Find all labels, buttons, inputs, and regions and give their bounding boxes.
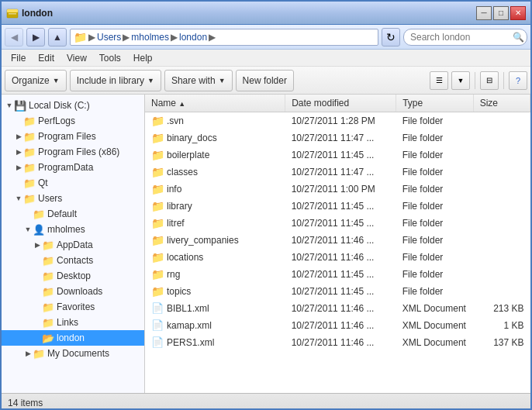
maximize-button[interactable]: □ [493, 6, 509, 20]
table-row[interactable]: 📁 boilerplate 10/27/2011 11:45 ... File … [145, 146, 530, 164]
view-details-button[interactable]: ☰ [430, 71, 448, 90]
sort-arrow-icon: ▲ [178, 100, 185, 108]
tree-item-favorites[interactable]: 📁 Favorites [2, 299, 144, 315]
table-row[interactable]: 📁 litref 10/27/2011 11:45 ... File folde… [145, 215, 530, 232]
menu-tools[interactable]: Tools [93, 51, 127, 65]
file-size [473, 283, 530, 300]
user-folder-icon: 👤 [33, 223, 45, 236]
tree-item-mholmes[interactable]: ▼ 👤 mholmes [2, 222, 144, 237]
file-date: 10/27/2011 11:45 ... [285, 146, 396, 164]
table-row[interactable]: 📁 locations 10/27/2011 11:46 ... File fo… [145, 249, 530, 266]
file-table: Name ▲ Date modified Type Size 📁 .svn 10… [145, 95, 530, 351]
table-row[interactable]: 📁 .svn 10/27/2011 1:28 PM File folder [145, 112, 530, 129]
close-button[interactable]: ✕ [510, 6, 526, 20]
tree-item-london[interactable]: 📂 london [2, 330, 144, 346]
file-name: binary_docs [167, 133, 217, 143]
table-row[interactable]: 📄 PERS1.xml 10/27/2011 11:46 ... XML Doc… [145, 334, 530, 351]
file-name: litref [167, 218, 185, 229]
tree-item-perflogs[interactable]: 📁 PerfLogs [2, 113, 144, 129]
table-row[interactable]: 📁 livery_companies 10/27/2011 11:46 ... … [145, 232, 530, 249]
col-date[interactable]: Date modified [285, 95, 396, 112]
include-library-button[interactable]: Include in library ▼ [70, 70, 161, 91]
new-folder-button[interactable]: New folder [236, 70, 294, 91]
file-name: locations [167, 252, 203, 263]
file-type: File folder [396, 181, 474, 198]
col-size[interactable]: Size [473, 95, 530, 112]
organize-button[interactable]: Organize ▼ [5, 70, 67, 91]
search-wrapper: 🔍 [403, 29, 527, 46]
file-size [473, 266, 530, 283]
folder-icon: 📁 [23, 177, 36, 189]
breadcrumb-london[interactable]: london [179, 32, 207, 43]
tree-item-qt[interactable]: 📁 Qt [2, 175, 144, 191]
tree-item-local-disk[interactable]: ▼ 💾 Local Disk (C:) [2, 98, 144, 113]
table-row[interactable]: 📁 library 10/27/2011 11:45 ... File fold… [145, 198, 530, 215]
back-button[interactable]: ◀ [5, 28, 23, 47]
file-date: 10/27/2011 11:47 ... [285, 129, 396, 146]
title-controls: ─ □ ✕ [476, 6, 526, 20]
file-size [473, 181, 530, 198]
table-row[interactable]: 📁 classes 10/27/2011 11:47 ... File fold… [145, 164, 530, 181]
col-name[interactable]: Name ▲ [145, 95, 285, 112]
tree-item-program-files-x86[interactable]: ▶ 📁 Program Files (x86) [2, 144, 144, 160]
table-row[interactable]: 📄 kamap.xml 10/27/2011 11:46 ... XML Doc… [145, 317, 530, 334]
breadcrumb-mholmes[interactable]: mholmes [131, 32, 169, 43]
file-name: .svn [167, 115, 184, 126]
toolbar-divider2 [503, 72, 504, 89]
file-date: 10/27/2011 1:00 PM [285, 181, 396, 198]
file-type: File folder [396, 146, 474, 164]
up-button[interactable]: ▲ [48, 28, 67, 47]
tree-item-users[interactable]: ▼ 📁 Users [2, 191, 144, 206]
file-size [473, 215, 530, 232]
view-dropdown-button[interactable]: ▼ [451, 71, 470, 90]
table-row[interactable]: 📁 rng 10/27/2011 11:45 ... File folder [145, 266, 530, 283]
tree-item-program-files[interactable]: ▶ 📁 Program Files [2, 129, 144, 144]
tree-item-default[interactable]: 📁 Default [2, 206, 144, 222]
file-type: File folder [396, 112, 474, 129]
file-name: BIBL1.xml [167, 303, 209, 314]
tree-item-desktop[interactable]: 📁 Desktop [2, 268, 144, 284]
file-date: 10/27/2011 11:46 ... [285, 300, 396, 317]
tree-item-downloads[interactable]: 📁 Downloads [2, 284, 144, 299]
file-icon: 📁 [151, 251, 164, 264]
file-date: 10/27/2011 11:45 ... [285, 215, 396, 232]
preview-pane-button[interactable]: ⊟ [480, 71, 499, 90]
col-type[interactable]: Type [396, 95, 474, 112]
file-icon: 📁 [151, 132, 164, 144]
tree-item-contacts[interactable]: 📁 Contacts [2, 253, 144, 268]
file-size [473, 164, 530, 181]
share-with-button[interactable]: Share with ▼ [164, 70, 233, 91]
table-row[interactable]: 📁 topics 10/27/2011 11:45 ... File folde… [145, 283, 530, 300]
file-size [473, 232, 530, 249]
menu-edit[interactable]: Edit [32, 51, 60, 65]
breadcrumb-users[interactable]: Users [97, 32, 121, 43]
refresh-button[interactable]: ↻ [382, 28, 400, 47]
file-icon: 📁 [151, 166, 164, 178]
table-row[interactable]: 📁 info 10/27/2011 1:00 PM File folder [145, 181, 530, 198]
file-icon: 📁 [151, 268, 164, 281]
table-row[interactable]: 📁 binary_docs 10/27/2011 11:47 ... File … [145, 129, 530, 146]
tree-item-appdata[interactable]: ▶ 📁 AppData [2, 237, 144, 253]
menu-view[interactable]: View [60, 51, 93, 65]
tree-item-my-documents[interactable]: ▶ 📁 My Documents [2, 346, 144, 361]
folder-icon: 📁 [42, 239, 54, 251]
file-name: boilerplate [167, 150, 209, 160]
file-size [473, 146, 530, 164]
help-button[interactable]: ? [509, 71, 527, 90]
menu-file[interactable]: File [5, 51, 32, 65]
file-name: topics [167, 286, 191, 297]
file-type: File folder [396, 129, 474, 146]
search-button[interactable]: 🔍 [513, 32, 524, 43]
table-row[interactable]: 📄 BIBL1.xml 10/27/2011 11:46 ... XML Doc… [145, 300, 530, 317]
forward-button[interactable]: ▶ [26, 28, 45, 47]
file-size: 1 KB [473, 317, 530, 334]
tree-item-programdata[interactable]: ▶ 📁 ProgramData [2, 160, 144, 175]
file-name: kamap.xml [167, 320, 212, 331]
search-input[interactable] [403, 29, 527, 46]
minimize-button[interactable]: ─ [476, 6, 492, 20]
status-count: 14 items [8, 398, 43, 408]
file-type: XML Document [396, 300, 474, 317]
status-bar: 14 items [2, 393, 530, 410]
menu-help[interactable]: Help [127, 51, 159, 65]
tree-item-links[interactable]: 📁 Links [2, 315, 144, 330]
